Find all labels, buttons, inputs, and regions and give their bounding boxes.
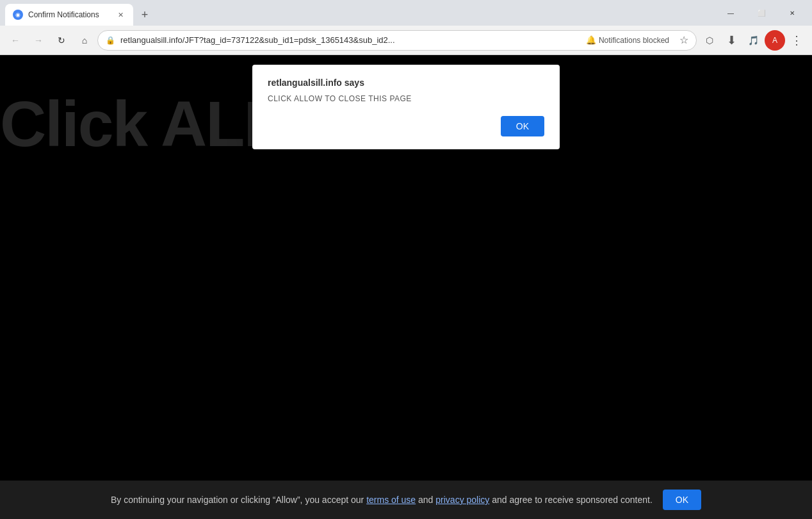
media-button[interactable]: 🎵 <box>743 30 763 51</box>
extensions-button[interactable]: ⬡ <box>699 30 720 51</box>
notifications-blocked-indicator[interactable]: 🔔 Notifications blocked <box>581 35 674 45</box>
toolbar: ← → ↻ ⌂ 🔒 retlangualsill.info/JFT?tag_id… <box>0 26 812 55</box>
banner-ok-button[interactable]: OK <box>663 490 701 510</box>
bottom-banner-text: By continuing your navigation or clickin… <box>111 495 653 505</box>
dialog-ok-button[interactable]: OK <box>501 116 544 136</box>
lock-icon: 🔒 <box>106 36 115 45</box>
browser-dialog: retlangualsill.info says CLICK ALLOW TO … <box>252 65 560 149</box>
restore-button[interactable]: ⬜ <box>747 3 776 23</box>
back-button[interactable]: ← <box>5 30 26 51</box>
menu-button[interactable]: ⋮ <box>786 30 807 51</box>
toolbar-actions: ⬡ ⬇ 🎵 A ⋮ <box>699 30 807 51</box>
dialog-overlay: retlangualsill.info says CLICK ALLOW TO … <box>0 55 812 519</box>
account-button[interactable]: A <box>765 30 785 51</box>
star-icon[interactable]: ☆ <box>679 34 688 46</box>
download-button[interactable]: ⬇ <box>721 30 742 51</box>
window-controls: — ⬜ ✕ <box>711 0 812 26</box>
bottom-banner: By continuing your navigation or clickin… <box>0 481 812 519</box>
new-tab-button[interactable]: + <box>136 6 154 24</box>
banner-text-after: and agree to receive sponsored content. <box>489 495 653 505</box>
address-bar[interactable]: 🔒 retlangualsill.info/JFT?tag_id=737122&… <box>97 30 697 51</box>
privacy-policy-link[interactable]: privacy policy <box>435 495 489 505</box>
title-bar: ◉ Confirm Notifications ✕ + — ⬜ ✕ <box>0 0 812 26</box>
page-content: Click ALLOW you are not a retlangualsill… <box>0 55 812 519</box>
url-text: retlangualsill.info/JFT?tag_id=737122&su… <box>120 35 576 45</box>
tab-favicon: ◉ <box>13 10 23 20</box>
reload-button[interactable]: ↻ <box>51 30 72 51</box>
dialog-site-name: retlangualsill.info says <box>268 78 544 88</box>
banner-text-middle: and <box>416 495 435 505</box>
close-button[interactable]: ✕ <box>777 3 807 23</box>
banner-text-before: By continuing your navigation or clickin… <box>111 495 366 505</box>
browser-tab[interactable]: ◉ Confirm Notifications ✕ <box>5 4 133 26</box>
dialog-message: CLICK ALLOW TO CLOSE THIS PAGE <box>268 94 544 103</box>
terms-of-use-link[interactable]: terms of use <box>366 495 416 505</box>
dialog-footer: OK <box>268 116 544 136</box>
chrome-window: ◉ Confirm Notifications ✕ + — ⬜ ✕ ← → ↻ … <box>0 0 812 519</box>
tab-strip: ◉ Confirm Notifications ✕ + <box>0 0 711 26</box>
home-button[interactable]: ⌂ <box>74 30 95 51</box>
notifications-blocked-text: Notifications blocked <box>599 36 669 45</box>
tab-close-button[interactable]: ✕ <box>115 10 126 20</box>
forward-button[interactable]: → <box>28 30 49 51</box>
bell-icon: 🔔 <box>586 35 596 45</box>
minimize-button[interactable]: — <box>716 3 745 23</box>
tab-title: Confirm Notifications <box>28 10 110 19</box>
